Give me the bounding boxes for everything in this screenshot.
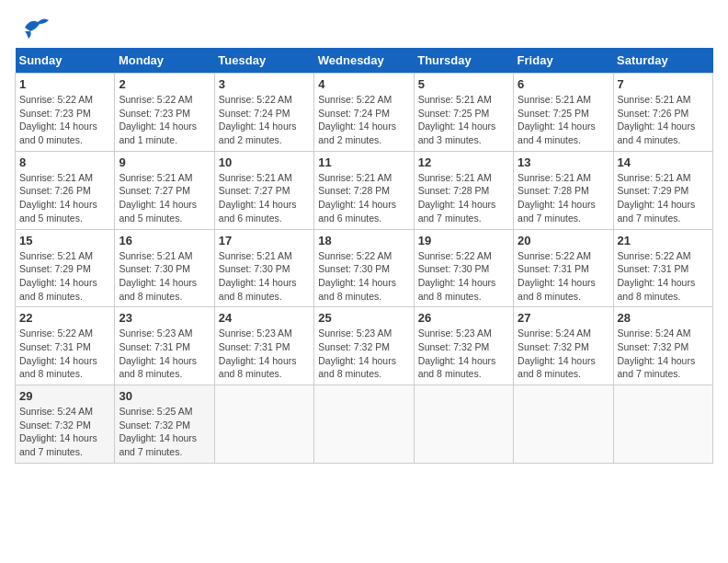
day-info: Sunrise: 5:21 AMSunset: 7:26 PMDaylight:… xyxy=(618,93,709,147)
day-number: 2 xyxy=(119,77,210,91)
calendar-cell: 24Sunrise: 5:23 AMSunset: 7:31 PMDayligh… xyxy=(214,307,313,385)
day-number: 15 xyxy=(19,234,110,247)
logo-bird-icon xyxy=(17,15,49,40)
calendar-cell: 6Sunrise: 5:21 AMSunset: 7:25 PMDaylight… xyxy=(514,74,613,152)
day-info: Sunrise: 5:25 AMSunset: 7:32 PMDaylight:… xyxy=(119,405,210,459)
header-cell-monday: Monday xyxy=(115,48,214,74)
calendar-week-2: 8Sunrise: 5:21 AMSunset: 7:26 PMDaylight… xyxy=(16,151,713,229)
calendar-cell: 22Sunrise: 5:22 AMSunset: 7:31 PMDayligh… xyxy=(16,307,115,385)
header-cell-friday: Friday xyxy=(514,48,613,74)
day-number: 30 xyxy=(119,389,210,403)
calendar-cell: 11Sunrise: 5:21 AMSunset: 7:28 PMDayligh… xyxy=(314,151,414,229)
calendar-cell: 26Sunrise: 5:23 AMSunset: 7:32 PMDayligh… xyxy=(414,307,513,385)
day-info: Sunrise: 5:21 AMSunset: 7:25 PMDaylight:… xyxy=(518,93,609,147)
calendar-cell: 10Sunrise: 5:21 AMSunset: 7:27 PMDayligh… xyxy=(214,151,313,229)
day-info: Sunrise: 5:22 AMSunset: 7:31 PMDaylight:… xyxy=(618,249,709,304)
day-info: Sunrise: 5:22 AMSunset: 7:23 PMDaylight:… xyxy=(119,93,210,147)
calendar-week-5: 29Sunrise: 5:24 AMSunset: 7:32 PMDayligh… xyxy=(16,385,713,464)
header-cell-thursday: Thursday xyxy=(414,48,513,74)
day-number: 14 xyxy=(618,155,709,169)
calendar-cell: 15Sunrise: 5:21 AMSunset: 7:29 PMDayligh… xyxy=(16,229,115,307)
day-info: Sunrise: 5:23 AMSunset: 7:31 PMDaylight:… xyxy=(119,327,210,381)
calendar-cell: 25Sunrise: 5:23 AMSunset: 7:32 PMDayligh… xyxy=(314,307,414,385)
day-number: 22 xyxy=(19,311,110,325)
header-cell-wednesday: Wednesday xyxy=(314,48,414,74)
calendar-cell: 12Sunrise: 5:21 AMSunset: 7:28 PMDayligh… xyxy=(414,151,513,229)
day-number: 17 xyxy=(219,234,310,247)
day-info: Sunrise: 5:21 AMSunset: 7:27 PMDaylight:… xyxy=(119,171,210,225)
calendar-table: SundayMondayTuesdayWednesdayThursdayFrid… xyxy=(15,48,713,464)
day-number: 10 xyxy=(219,155,310,169)
calendar-cell: 27Sunrise: 5:24 AMSunset: 7:32 PMDayligh… xyxy=(514,307,613,385)
day-number: 1 xyxy=(19,77,110,91)
calendar-cell: 21Sunrise: 5:22 AMSunset: 7:31 PMDayligh… xyxy=(613,229,712,307)
day-info: Sunrise: 5:22 AMSunset: 7:24 PMDaylight:… xyxy=(318,93,409,147)
calendar-cell: 4Sunrise: 5:22 AMSunset: 7:24 PMDaylight… xyxy=(314,74,414,152)
calendar-cell: 1Sunrise: 5:22 AMSunset: 7:23 PMDaylight… xyxy=(16,74,115,152)
header-cell-sunday: Sunday xyxy=(16,48,115,74)
day-number: 23 xyxy=(119,311,210,325)
calendar-cell: 7Sunrise: 5:21 AMSunset: 7:26 PMDaylight… xyxy=(613,74,712,152)
day-number: 4 xyxy=(318,77,409,91)
day-info: Sunrise: 5:24 AMSunset: 7:32 PMDaylight:… xyxy=(518,327,609,381)
day-number: 20 xyxy=(518,234,609,247)
day-number: 25 xyxy=(318,311,409,325)
logo xyxy=(15,15,49,37)
day-info: Sunrise: 5:21 AMSunset: 7:25 PMDaylight:… xyxy=(418,93,509,147)
day-number: 13 xyxy=(518,155,609,169)
calendar-week-3: 15Sunrise: 5:21 AMSunset: 7:29 PMDayligh… xyxy=(16,229,713,307)
day-info: Sunrise: 5:23 AMSunset: 7:32 PMDaylight:… xyxy=(318,327,409,381)
calendar-cell: 5Sunrise: 5:21 AMSunset: 7:25 PMDaylight… xyxy=(414,74,513,152)
day-number: 9 xyxy=(119,155,210,169)
day-number: 8 xyxy=(19,155,110,169)
calendar-cell: 28Sunrise: 5:24 AMSunset: 7:32 PMDayligh… xyxy=(613,307,712,385)
day-info: Sunrise: 5:22 AMSunset: 7:31 PMDaylight:… xyxy=(19,327,110,381)
day-info: Sunrise: 5:21 AMSunset: 7:29 PMDaylight:… xyxy=(618,171,709,225)
day-info: Sunrise: 5:21 AMSunset: 7:26 PMDaylight:… xyxy=(19,171,110,225)
header-cell-saturday: Saturday xyxy=(613,48,712,74)
day-number: 3 xyxy=(219,77,310,91)
day-info: Sunrise: 5:21 AMSunset: 7:30 PMDaylight:… xyxy=(219,249,310,304)
day-info: Sunrise: 5:23 AMSunset: 7:32 PMDaylight:… xyxy=(418,327,509,381)
day-number: 24 xyxy=(219,311,310,325)
day-number: 29 xyxy=(19,389,110,403)
day-number: 18 xyxy=(318,234,409,247)
header xyxy=(15,15,713,37)
day-info: Sunrise: 5:24 AMSunset: 7:32 PMDaylight:… xyxy=(618,327,709,381)
day-info: Sunrise: 5:21 AMSunset: 7:28 PMDaylight:… xyxy=(518,171,609,225)
day-info: Sunrise: 5:21 AMSunset: 7:28 PMDaylight:… xyxy=(318,171,409,225)
calendar-cell: 13Sunrise: 5:21 AMSunset: 7:28 PMDayligh… xyxy=(514,151,613,229)
day-info: Sunrise: 5:24 AMSunset: 7:32 PMDaylight:… xyxy=(19,405,110,459)
calendar-week-1: 1Sunrise: 5:22 AMSunset: 7:23 PMDaylight… xyxy=(16,74,713,152)
day-info: Sunrise: 5:22 AMSunset: 7:30 PMDaylight:… xyxy=(418,249,509,304)
day-info: Sunrise: 5:21 AMSunset: 7:27 PMDaylight:… xyxy=(219,171,310,225)
day-info: Sunrise: 5:23 AMSunset: 7:31 PMDaylight:… xyxy=(219,327,310,381)
calendar-cell: 2Sunrise: 5:22 AMSunset: 7:23 PMDaylight… xyxy=(115,74,214,152)
calendar-cell: 9Sunrise: 5:21 AMSunset: 7:27 PMDaylight… xyxy=(115,151,214,229)
calendar-header-row: SundayMondayTuesdayWednesdayThursdayFrid… xyxy=(16,48,713,74)
calendar-cell: 23Sunrise: 5:23 AMSunset: 7:31 PMDayligh… xyxy=(115,307,214,385)
calendar-cell: 19Sunrise: 5:22 AMSunset: 7:30 PMDayligh… xyxy=(414,229,513,307)
calendar-body: 1Sunrise: 5:22 AMSunset: 7:23 PMDaylight… xyxy=(16,74,713,464)
day-number: 5 xyxy=(418,77,509,91)
calendar-week-4: 22Sunrise: 5:22 AMSunset: 7:31 PMDayligh… xyxy=(16,307,713,385)
day-number: 27 xyxy=(518,311,609,325)
calendar-cell xyxy=(214,385,313,464)
day-number: 19 xyxy=(418,234,509,247)
calendar-cell xyxy=(514,385,613,464)
calendar-cell: 20Sunrise: 5:22 AMSunset: 7:31 PMDayligh… xyxy=(514,229,613,307)
calendar-cell: 29Sunrise: 5:24 AMSunset: 7:32 PMDayligh… xyxy=(16,385,115,464)
day-number: 11 xyxy=(318,155,409,169)
calendar-cell: 14Sunrise: 5:21 AMSunset: 7:29 PMDayligh… xyxy=(613,151,712,229)
day-number: 21 xyxy=(618,234,709,247)
calendar-cell: 17Sunrise: 5:21 AMSunset: 7:30 PMDayligh… xyxy=(214,229,313,307)
calendar-cell xyxy=(414,385,513,464)
calendar-cell xyxy=(613,385,712,464)
calendar-cell: 8Sunrise: 5:21 AMSunset: 7:26 PMDaylight… xyxy=(16,151,115,229)
calendar-cell: 16Sunrise: 5:21 AMSunset: 7:30 PMDayligh… xyxy=(115,229,214,307)
day-info: Sunrise: 5:22 AMSunset: 7:30 PMDaylight:… xyxy=(318,249,409,304)
calendar-cell xyxy=(314,385,414,464)
day-info: Sunrise: 5:22 AMSunset: 7:24 PMDaylight:… xyxy=(219,93,310,147)
day-number: 6 xyxy=(518,77,609,91)
day-info: Sunrise: 5:22 AMSunset: 7:23 PMDaylight:… xyxy=(19,93,110,147)
